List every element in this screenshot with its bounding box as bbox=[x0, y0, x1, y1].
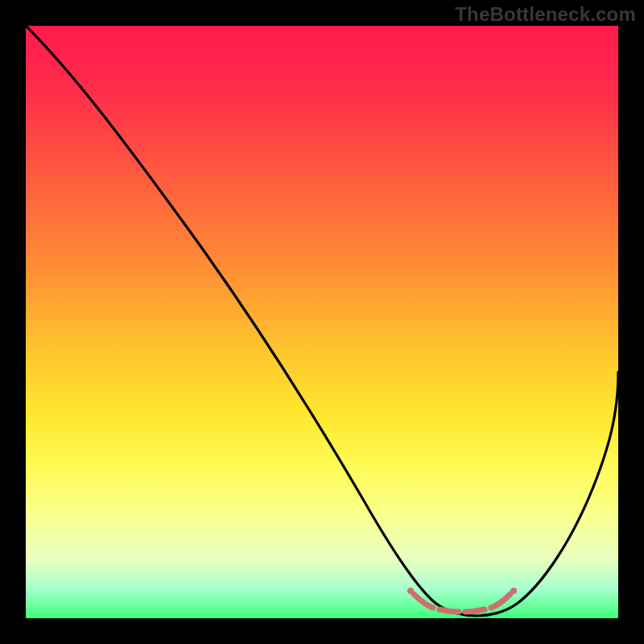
svg-point-0 bbox=[407, 588, 414, 594]
svg-point-1 bbox=[510, 588, 517, 594]
chart-frame: TheBottleneck.com bbox=[0, 0, 644, 644]
chart-svg bbox=[26, 26, 618, 618]
plot-area bbox=[26, 26, 618, 618]
watermark-text: TheBottleneck.com bbox=[455, 3, 636, 26]
bottleneck-curve bbox=[26, 26, 618, 616]
